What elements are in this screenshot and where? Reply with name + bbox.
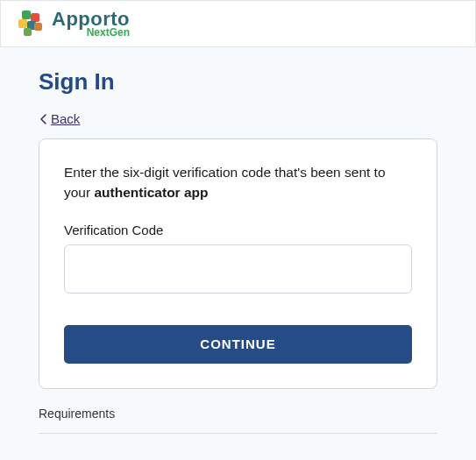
chevron-left-icon xyxy=(39,113,49,125)
divider xyxy=(39,433,437,434)
instruction-text: Enter the six-digit verification code th… xyxy=(64,162,412,203)
content: Sign In Back Enter the six-digit verific… xyxy=(0,47,476,442)
back-link[interactable]: Back xyxy=(39,111,80,126)
back-label: Back xyxy=(51,111,80,126)
verification-card: Enter the six-digit verification code th… xyxy=(39,138,437,389)
verification-code-input[interactable] xyxy=(64,244,412,294)
page-title: Sign In xyxy=(39,68,437,96)
logo-icon xyxy=(18,11,45,37)
verification-code-label: Verification Code xyxy=(64,223,412,237)
instruction-bold: authenticator app xyxy=(94,185,208,200)
brand-text: Apporto NextGen xyxy=(52,10,130,38)
requirements-link[interactable]: Requirements xyxy=(39,407,437,421)
continue-button[interactable]: CONTINUE xyxy=(64,325,412,364)
topbar: Apporto NextGen xyxy=(0,0,476,47)
